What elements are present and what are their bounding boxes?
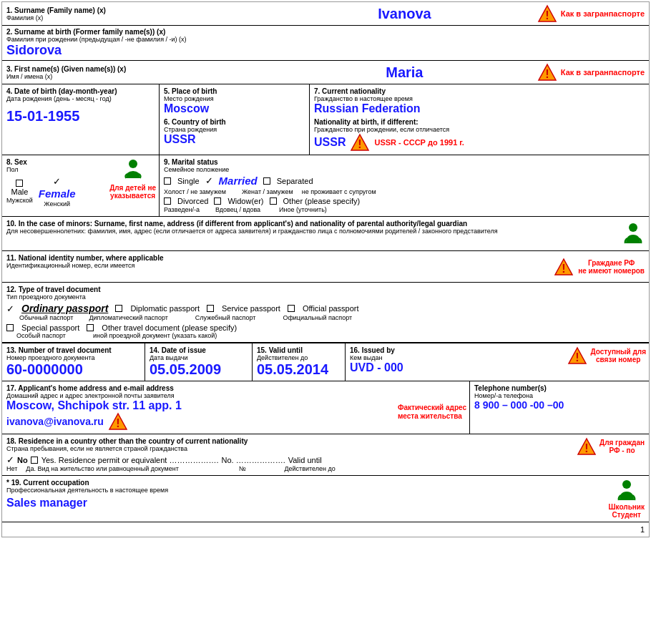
s12-special-label: Special passport (21, 323, 79, 332)
warning-icon-s18: ! (577, 437, 597, 456)
s13-label: 13. Number of travel document (6, 346, 140, 354)
s11-content: 11. National identity number, where appl… (6, 254, 549, 279)
s18-yes-cb[interactable] (31, 457, 38, 464)
s8-male-ru: Мужской (6, 197, 33, 204)
s19-icon-block: ШкольникСтудент (609, 479, 645, 519)
s17-phone-label-ru: Номер/-а телефона (474, 392, 645, 399)
s14-value: 05.05.2009 (150, 361, 248, 378)
s17-annotation: Фактический адресместа жительства (398, 404, 466, 420)
svg-text:!: ! (545, 9, 549, 21)
s9-single-cb[interactable] (164, 177, 171, 185)
s18-annotation-block: ! Для гражданРФ - по (577, 437, 645, 456)
s9-row1: Single ✓ Married Separated (164, 175, 645, 187)
section-8-9: 8. Sex Пол Male Мужской ✓ Female Женский (2, 155, 649, 217)
s9-separated-cb[interactable] (263, 177, 270, 185)
s8-female-col: ✓ Female Женский (39, 176, 76, 208)
s17-label: 17. Applicant's home address and e-mail … (6, 384, 465, 392)
section-1: 1. Surname (Family name) (x) Фамилия (x)… (2, 2, 649, 26)
s5-label: 5. Place of birth (164, 87, 305, 95)
s12-other-travel-cb[interactable] (87, 324, 94, 331)
s12-ordinary-check: ✓ (6, 303, 14, 314)
s12-row2: Special passport Other travel document (… (6, 323, 645, 332)
section-13-16: 13. Number of travel document Номер прое… (2, 343, 649, 381)
s9-divorced-cb[interactable] (164, 197, 171, 205)
s19-value: Sales manager (6, 497, 602, 509)
section-19: * 19. Current occupation Профессиональна… (2, 476, 649, 522)
section-15: 15. Valid until Действителен до 05.05.20… (253, 343, 346, 381)
s1-label: 1. Surname (Family name) (x) (6, 6, 272, 14)
s15-value: 05.05.2014 (257, 361, 341, 378)
s6-value: USSR (164, 133, 305, 146)
s9-other-cb[interactable] (270, 197, 277, 205)
section-1-right: ! Как в загранпаспорте (537, 4, 645, 23)
s9-widow-ru: Вдовец / вдова (215, 206, 260, 213)
s9-row2-ru: Разведен/-а Вдовец / вдова Иное (уточнит… (164, 206, 645, 213)
s2-value: Sidorova (6, 43, 62, 57)
s12-row1: ✓ Ordinary passport Diplomatic passport … (6, 303, 645, 314)
section-2: 2. Surname at birth (Former family name(… (2, 26, 649, 61)
svg-text:!: ! (576, 351, 579, 364)
section-18: 18. Residence in a country other than th… (2, 434, 649, 476)
s18-no-check: ✓ (6, 454, 14, 465)
s8-female-label: Female (39, 187, 76, 200)
section-8: 8. Sex Пол Male Мужской ✓ Female Женский (2, 155, 160, 216)
s3-left: 3. First name(s) (Given name(s)) (x) Имя… (6, 65, 272, 80)
warning-icon-s7b: ! (350, 133, 370, 152)
s17-phone-value: 8 900 – 000 -00 –00 (474, 399, 645, 411)
s10-icon-block (622, 222, 645, 246)
section-12: 12. Type of travel document Тип проездно… (2, 283, 649, 343)
s9-widow-cb[interactable] (214, 197, 221, 205)
s12-other-travel-ru: иной проездной документ (указать какой) (93, 332, 217, 339)
s12-special-cb[interactable] (6, 324, 14, 331)
s7b-annotation: USSR - СССР до 1991 г. (374, 138, 464, 147)
s12-ordinary-label: Ordinary passport (21, 303, 108, 314)
s18-inner: 18. Residence in a country other than th… (6, 437, 645, 472)
s8-male-label: Male (11, 187, 28, 196)
page-footer: 1 (2, 522, 649, 537)
section-17: 17. Applicant's home address and e-mail … (2, 381, 649, 434)
svg-text:!: ! (358, 138, 362, 150)
section-13: 13. Number of travel document Номер прое… (2, 343, 145, 381)
warning-icon-s3: ! (537, 63, 557, 82)
s16-annotation: Доступный длясвязи номер (590, 348, 646, 364)
s12-diplomatic-cb[interactable] (115, 305, 122, 312)
warning-icon-s11: ! (554, 258, 574, 276)
s18-content: 18. Residence in a country other than th… (6, 437, 572, 472)
warning-icon-s1: ! (537, 4, 557, 23)
s7-label: 7. Current nationality (314, 87, 645, 95)
s3-right: ! Как в загранпаспорте (537, 63, 645, 82)
s7-label-ru: Гражданство в настоящее время (314, 95, 645, 102)
form-page: 1. Surname (Family name) (x) Фамилия (x)… (1, 1, 650, 537)
s12-row1-ru: Обычный паспорт Дипломатический паспорт … (19, 314, 645, 321)
s8-annotation: Для детей неуказывается (109, 184, 156, 200)
s12-service-cb[interactable] (207, 305, 214, 312)
s17-annotation-block: Фактический адресместа жительства (398, 403, 466, 420)
s11-annotation-block: ! Граждане РФне имеют номеров (554, 258, 645, 276)
s18-options: ✓ No Yes. Residence permit or equivalent… (6, 454, 572, 465)
s11-value (6, 269, 549, 279)
s18-no-field: No. ………………. (221, 456, 285, 464)
s5-label-ru: Место рождения (164, 95, 305, 102)
s19-label-ru: Профессиональная деятельность в настояще… (6, 487, 602, 494)
s8-male-checkbox[interactable] (16, 180, 23, 187)
s18-valid-until: Valid until (288, 456, 322, 464)
s2-label: 2. Surname at birth (Former family name(… (6, 28, 645, 36)
s12-official-ru: Официальный паспорт (283, 314, 352, 321)
s18-valid-until-ru: Действителен до (284, 465, 335, 472)
s18-no-ru2: № (239, 465, 246, 472)
s13-value: 60-0000000 (6, 361, 140, 378)
s3-value: Maria (386, 64, 423, 80)
s17-right: Telephone number(s) Номер/-а телефона 8 … (470, 381, 649, 434)
s12-official-cb[interactable] (288, 305, 295, 312)
s10-label: 10. In the case of minors: Surname, firs… (6, 220, 617, 228)
s16-annotation-block: ! Доступный длясвязи номер (567, 346, 646, 365)
s4-value: 15-01-1955 (6, 108, 155, 125)
s12-diplomatic-ru: Дипломатический паспорт (89, 314, 167, 321)
s15-label: 15. Valid until (257, 346, 341, 354)
section-11: 11. National identity number, where appl… (2, 251, 649, 283)
s9-widow-label: Widow(er) (227, 197, 263, 205)
section-16: 16. Issued by Кем выдан UVD - 000 ! Дост… (346, 343, 649, 381)
s15-label-ru: Действителен до (257, 354, 341, 361)
section-3: 3. First name(s) (Given name(s)) (x) Имя… (2, 61, 649, 84)
s18-no-label: No (17, 456, 28, 464)
